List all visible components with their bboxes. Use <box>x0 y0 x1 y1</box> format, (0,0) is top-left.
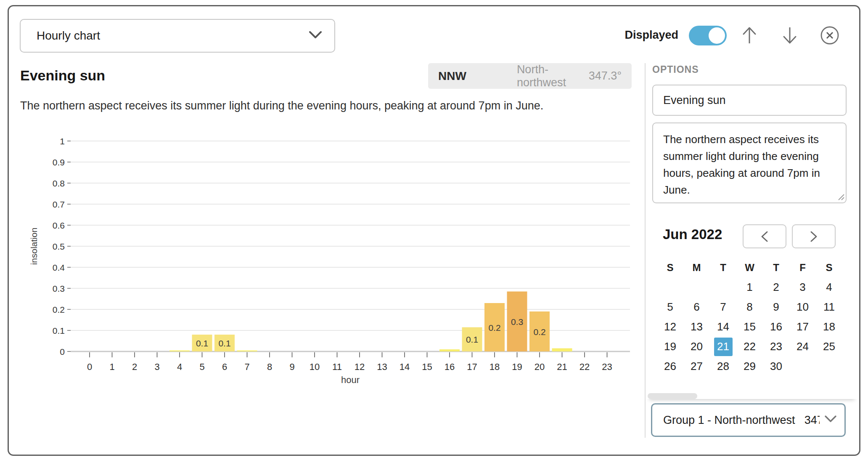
svg-text:0.2: 0.2 <box>53 305 65 314</box>
svg-text:6: 6 <box>222 362 227 372</box>
svg-text:0.5: 0.5 <box>53 242 65 251</box>
svg-text:7: 7 <box>244 362 249 372</box>
calendar-day-17[interactable]: 17 <box>789 317 816 337</box>
calendar-day-16[interactable]: 16 <box>763 317 789 337</box>
svg-text:0: 0 <box>60 347 65 357</box>
svg-text:0: 0 <box>87 362 92 372</box>
calendar-day-header: T <box>710 258 736 277</box>
group-select-label: Group 1 - North-northwest <box>663 414 795 427</box>
calendar-day-empty <box>710 277 736 297</box>
calendar-day-empty <box>789 357 816 376</box>
calendar-day-23[interactable]: 23 <box>763 337 789 357</box>
calendar-day-14[interactable]: 14 <box>710 317 736 337</box>
svg-text:1: 1 <box>109 362 114 372</box>
svg-text:0.3: 0.3 <box>511 317 523 327</box>
direction-badge: NNW North-northwest 347.3° <box>428 63 632 89</box>
arrow-up-icon <box>741 26 758 45</box>
displayed-label: Displayed <box>618 29 678 42</box>
calendar-day-20[interactable]: 20 <box>683 337 710 357</box>
calendar-day-19[interactable]: 19 <box>657 337 683 357</box>
group-select[interactable]: Group 1 - North-northwest 347.3° <box>651 403 846 437</box>
svg-text:0.2: 0.2 <box>488 323 500 333</box>
calendar-day-5[interactable]: 5 <box>657 297 683 317</box>
svg-text:10: 10 <box>310 362 320 372</box>
chevron-down-icon <box>308 29 323 43</box>
svg-text:0.2: 0.2 <box>533 327 545 337</box>
svg-text:0.7: 0.7 <box>53 200 65 209</box>
calendar-day-3[interactable]: 3 <box>789 277 816 297</box>
svg-text:20: 20 <box>535 362 545 372</box>
options-heading: OPTIONS <box>652 64 699 75</box>
direction-abbr: NNW <box>438 69 466 83</box>
calendar-prev-button[interactable] <box>743 224 786 248</box>
svg-text:0.1: 0.1 <box>466 335 478 344</box>
calendar-day-header: S <box>657 258 683 277</box>
chevron-left-icon <box>760 230 769 243</box>
svg-text:4: 4 <box>177 362 182 372</box>
calendar-day-empty <box>816 357 842 376</box>
chevron-down-icon <box>824 415 837 425</box>
group-select-degrees: 347.3° <box>804 414 820 427</box>
svg-text:2: 2 <box>132 362 137 372</box>
displayed-toggle[interactable] <box>689 26 727 45</box>
chart-type-select[interactable]: Hourly chart <box>20 19 335 53</box>
svg-text:3: 3 <box>154 362 159 372</box>
move-up-button[interactable] <box>739 25 760 45</box>
calendar-day-2[interactable]: 2 <box>763 277 789 297</box>
calendar-day-15[interactable]: 15 <box>736 317 763 337</box>
calendar-day-30[interactable]: 30 <box>763 357 789 376</box>
svg-text:21: 21 <box>557 362 567 372</box>
svg-text:8: 8 <box>267 362 272 372</box>
move-down-button[interactable] <box>780 25 800 45</box>
svg-text:22: 22 <box>580 362 590 372</box>
svg-text:0.3: 0.3 <box>53 284 65 293</box>
calendar-day-29[interactable]: 29 <box>736 357 763 376</box>
svg-text:9: 9 <box>289 362 294 372</box>
svg-text:12: 12 <box>355 362 365 372</box>
calendar-day-9[interactable]: 9 <box>763 297 789 317</box>
svg-text:16: 16 <box>445 362 455 372</box>
close-circle-icon <box>820 25 840 45</box>
svg-text:hour: hour <box>341 375 360 385</box>
calendar-grid: SMTWTFS123456789101112131415161718192021… <box>657 258 842 376</box>
arrow-down-icon <box>781 26 798 45</box>
calendar-day-8[interactable]: 8 <box>736 297 763 317</box>
calendar-day-22[interactable]: 22 <box>736 337 763 357</box>
calendar-day-1[interactable]: 1 <box>736 277 763 297</box>
chart-description-text: The northern aspect receives its summer … <box>20 99 609 112</box>
svg-text:17: 17 <box>467 362 477 372</box>
svg-text:18: 18 <box>490 362 500 372</box>
calendar-day-26[interactable]: 26 <box>657 357 683 376</box>
svg-text:0.1: 0.1 <box>218 338 230 348</box>
calendar-day-28[interactable]: 28 <box>710 357 736 376</box>
svg-text:insolation: insolation <box>29 228 39 265</box>
description-input[interactable]: The northern aspect receives its summer … <box>652 122 847 203</box>
calendar-day-21[interactable]: 21 <box>710 337 736 357</box>
calendar-day-header: S <box>816 258 842 277</box>
calendar-day-24[interactable]: 24 <box>789 337 816 357</box>
remove-button[interactable] <box>820 25 840 45</box>
group-select-value: Group 1 - North-northwest 347.3° <box>663 414 820 427</box>
svg-text:0.1: 0.1 <box>53 326 65 335</box>
calendar-day-27[interactable]: 27 <box>683 357 710 376</box>
scrollbar-thumb[interactable] <box>648 393 697 399</box>
calendar-day-13[interactable]: 13 <box>683 317 710 337</box>
calendar-day-6[interactable]: 6 <box>683 297 710 317</box>
svg-text:13: 13 <box>377 362 387 372</box>
calendar-day-7[interactable]: 7 <box>710 297 736 317</box>
svg-text:5: 5 <box>199 362 204 372</box>
calendar-day-10[interactable]: 10 <box>789 297 816 317</box>
calendar-day-empty <box>657 277 683 297</box>
calendar-day-25[interactable]: 25 <box>816 337 842 357</box>
svg-text:19: 19 <box>512 362 522 372</box>
calendar-day-header: T <box>763 258 789 277</box>
name-input[interactable] <box>652 85 847 116</box>
calendar-day-18[interactable]: 18 <box>816 317 842 337</box>
chevron-right-icon <box>809 230 818 243</box>
direction-degrees: 347.3° <box>589 69 622 82</box>
calendar-day-12[interactable]: 12 <box>657 317 683 337</box>
svg-text:0.6: 0.6 <box>53 221 65 230</box>
calendar-day-4[interactable]: 4 <box>816 277 842 297</box>
calendar-next-button[interactable] <box>792 224 836 248</box>
calendar-day-11[interactable]: 11 <box>816 297 842 317</box>
